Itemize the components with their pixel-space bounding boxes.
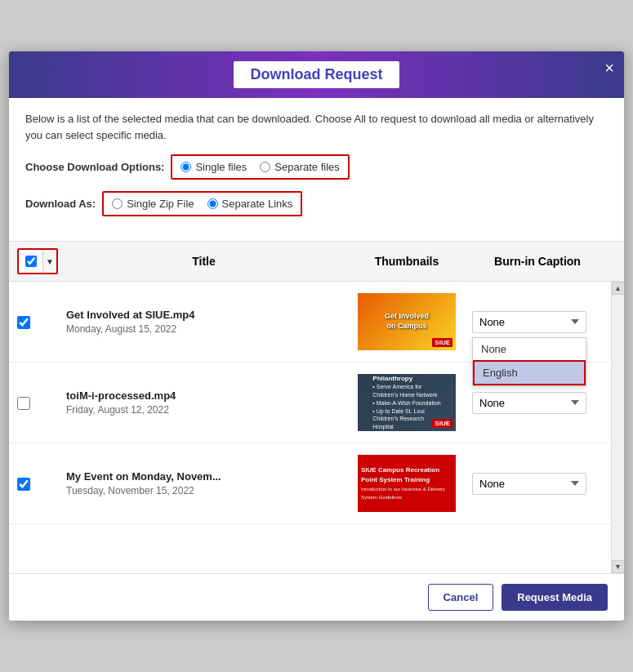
modal-body: Below is a list of the selected media th…	[9, 98, 624, 241]
download-options-group: Single files Separate files	[171, 154, 349, 180]
row2-date: Friday, August 12, 2022	[66, 404, 341, 416]
row3-info: My Event on Monday, Novem... Tuesday, No…	[66, 470, 341, 496]
table-body-wrapper: Get Involved at SIUE.mp4 Monday, August …	[9, 282, 624, 573]
row2-siue-badge: SIUE	[432, 419, 452, 428]
title-column-header: Title	[66, 255, 341, 268]
row3-thumb-text: SIUE Campus RecreationPoint System Train…	[358, 462, 456, 505]
row3-date: Tuesday, November 15, 2022	[66, 485, 341, 496]
close-button[interactable]: ×	[604, 60, 614, 76]
single-files-option[interactable]: Single files	[181, 161, 247, 173]
separate-links-option[interactable]: Separate Links	[207, 198, 293, 210]
download-as-row: Download As: Single Zip File Separate Li…	[25, 191, 608, 216]
row2-info: toiM-i-processed.mp4 Friday, August 12, …	[66, 389, 341, 416]
download-as-group: Single Zip File Separate Links	[102, 191, 302, 216]
single-files-radio[interactable]	[181, 162, 191, 172]
row1-date: Monday, August 15, 2022	[66, 323, 341, 335]
single-zip-option[interactable]: Single Zip File	[112, 198, 194, 210]
row1-thumbnail: Get Involvedon Campus SIUE	[341, 293, 472, 350]
row3-title: My Event on Monday, Novem...	[66, 470, 341, 483]
caption-column-header: Burn-in Caption	[472, 255, 603, 268]
request-media-button[interactable]: Request Media	[501, 584, 608, 611]
row1-siue-badge: SIUE	[432, 338, 452, 347]
row1-caption-dropdown: None English	[472, 337, 586, 386]
modal-title: Download Request	[234, 61, 399, 88]
table-header: ▼ Title Thumbnails Burn-in Caption	[9, 241, 624, 282]
row1-info: Get Involved at SIUE.mp4 Monday, August …	[66, 309, 341, 335]
row1-caption-col: None English None English	[472, 311, 603, 333]
select-all-arrow[interactable]: ▼	[43, 250, 56, 273]
description-text: Below is a list of the selected media th…	[25, 111, 608, 143]
row1-option-none[interactable]: None	[473, 338, 586, 360]
modal-footer: Cancel Request Media	[9, 573, 624, 621]
media-rows-list: Get Involved at SIUE.mp4 Monday, August …	[9, 282, 611, 573]
thumbnails-column-header: Thumbnails	[341, 255, 472, 268]
download-options-label: Choose Download Options:	[25, 161, 164, 173]
row1-title: Get Involved at SIUE.mp4	[66, 309, 341, 321]
separate-files-option[interactable]: Separate files	[260, 161, 340, 173]
single-zip-label: Single Zip File	[127, 198, 194, 210]
row2-caption-select[interactable]: None English	[472, 392, 586, 414]
single-files-label: Single files	[195, 161, 247, 173]
row2-caption-col: None English	[472, 392, 603, 414]
select-all-checkbox-wrapper[interactable]	[19, 250, 43, 273]
row1-option-english[interactable]: English	[473, 360, 586, 385]
row1-thumb-image: Get Involvedon Campus SIUE	[358, 293, 456, 350]
row1-checkbox[interactable]	[17, 316, 30, 329]
row1-check-col	[17, 314, 66, 329]
separate-files-label: Separate files	[274, 161, 340, 173]
download-as-label: Download As:	[25, 198, 96, 210]
separate-links-label: Separate Links	[222, 198, 293, 210]
media-table: ▼ Title Thumbnails Burn-in Caption Get I…	[9, 241, 624, 573]
row3-thumb-image: SIUE Campus RecreationPoint System Train…	[358, 455, 456, 512]
scroll-up-arrow[interactable]: ▲	[612, 282, 625, 295]
scroll-down-arrow[interactable]: ▼	[612, 560, 625, 573]
row3-thumbnail: SIUE Campus RecreationPoint System Train…	[341, 455, 472, 512]
download-request-modal: Download Request × Below is a list of th…	[8, 51, 625, 621]
row2-check-col	[17, 395, 66, 410]
row1-thumb-text: Get Involvedon Campus	[363, 312, 451, 331]
table-row: Get Involved at SIUE.mp4 Monday, August …	[9, 282, 611, 363]
select-all-col: ▼	[17, 248, 66, 274]
row1-caption-select[interactable]: None English	[472, 311, 586, 333]
scrollbar-track: ▲ ▼	[611, 282, 624, 573]
row3-caption-col: None English	[472, 473, 603, 495]
row2-checkbox[interactable]	[17, 397, 30, 410]
modal-header: Download Request ×	[9, 51, 624, 98]
row2-title: toiM-i-processed.mp4	[66, 389, 341, 402]
download-options-row: Choose Download Options: Single files Se…	[25, 154, 608, 180]
empty-space	[9, 524, 611, 573]
select-all-dropdown: ▼	[17, 248, 58, 274]
row2-thumb-image: Philanthropy • Serve America for Childre…	[358, 374, 456, 431]
select-all-checkbox[interactable]	[25, 256, 37, 267]
single-zip-radio[interactable]	[112, 198, 123, 209]
table-row: My Event on Monday, Novem... Tuesday, No…	[9, 443, 611, 524]
row2-thumbnail: Philanthropy • Serve America for Childre…	[341, 374, 472, 431]
separate-files-radio[interactable]	[260, 162, 270, 172]
row3-caption-select[interactable]: None English	[472, 473, 586, 495]
row3-checkbox[interactable]	[17, 478, 30, 491]
separate-links-radio[interactable]	[207, 198, 218, 209]
cancel-button[interactable]: Cancel	[428, 584, 494, 611]
row3-check-col	[17, 476, 66, 491]
